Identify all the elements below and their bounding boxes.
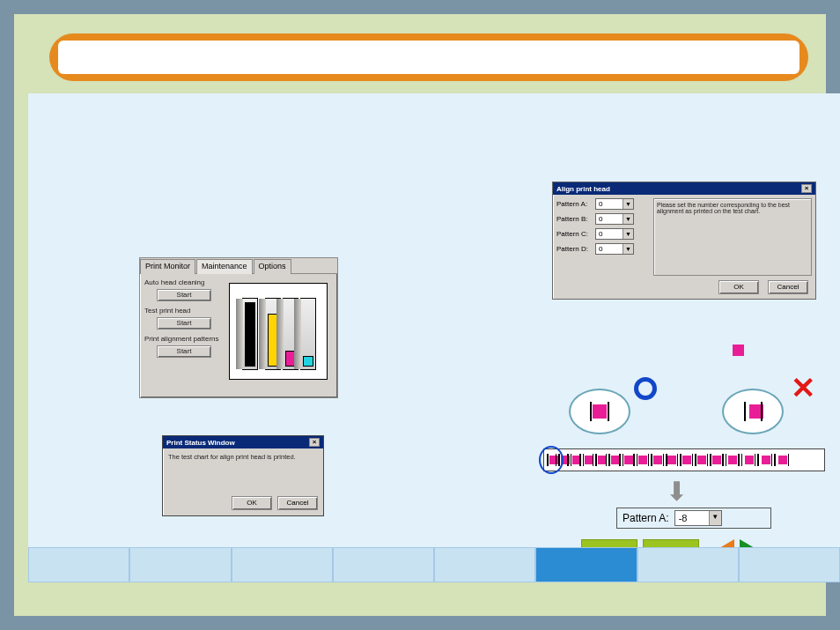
align-help-text: Please set the number corresponding to t… <box>653 198 812 276</box>
ok-button[interactable]: OK <box>718 280 759 294</box>
ok-button[interactable]: OK <box>232 496 272 510</box>
sample-dot-icon <box>733 345 744 356</box>
chevron-down-icon: ▼ <box>623 229 633 239</box>
bottom-tab[interactable] <box>739 547 840 582</box>
test-print-head-label: Test print head <box>144 307 229 315</box>
title-bar <box>49 33 808 81</box>
chevron-down-icon: ▼ <box>623 199 633 209</box>
ink-level-graphic <box>229 283 328 380</box>
bottom-tab[interactable] <box>637 547 739 582</box>
auto-head-cleaning-label: Auto head cleaning <box>144 278 229 286</box>
tab-options[interactable]: Options <box>254 259 291 274</box>
bottom-tab[interactable] <box>129 547 231 582</box>
pattern-c-select[interactable]: 0▼ <box>595 228 634 240</box>
pattern-b-select[interactable]: 0▼ <box>595 213 634 225</box>
close-icon[interactable]: × <box>801 184 812 193</box>
bottom-tab-active[interactable] <box>535 547 637 582</box>
bottom-tab[interactable] <box>28 547 129 582</box>
chevron-down-icon: ▼ <box>623 244 633 254</box>
good-sample-bubble <box>569 389 630 434</box>
bad-sample-bubble <box>722 389 784 434</box>
pattern-b-label: Pattern B: <box>556 215 592 223</box>
tab-bar: Print Monitor Maintenance Options <box>140 258 337 274</box>
pattern-selector-select[interactable]: -8 ▼ <box>674 510 722 526</box>
align-title: Align print head <box>556 185 610 193</box>
print-status-title: Print Status Window <box>166 439 235 447</box>
print-status-message: The test chart for align print head is p… <box>163 448 323 465</box>
tab-print-monitor[interactable]: Print Monitor <box>140 259 195 274</box>
print-alignment-label: Print alignment patterns <box>144 335 229 343</box>
pattern-d-label: Pattern D: <box>556 245 592 253</box>
pattern-d-select[interactable]: 0▼ <box>595 243 634 255</box>
good-mark-icon <box>634 377 657 400</box>
bottom-tab[interactable] <box>333 547 434 582</box>
selection-ring-icon <box>539 446 564 474</box>
chevron-down-icon: ▼ <box>709 511 721 525</box>
pattern-a-select[interactable]: 0▼ <box>595 198 634 210</box>
auto-head-cleaning-start-button[interactable]: Start <box>157 289 211 301</box>
close-icon[interactable]: × <box>309 438 320 447</box>
chevron-down-icon: ▼ <box>623 214 633 224</box>
tab-maintenance[interactable]: Maintenance <box>196 259 253 274</box>
cancel-button[interactable]: Cancel <box>277 496 318 510</box>
print-status-window: Print Status Window × The test chart for… <box>162 435 324 516</box>
bottom-tab[interactable] <box>434 547 535 582</box>
print-alignment-start-button[interactable]: Start <box>157 345 211 358</box>
page-frame: Print Monitor Maintenance Options Auto h… <box>0 0 840 630</box>
title-field <box>58 41 799 74</box>
arrow-down-icon: ⬇ <box>666 476 688 507</box>
test-print-head-start-button[interactable]: Start <box>157 317 211 330</box>
pattern-selector: Pattern A: -8 ▼ <box>616 508 771 529</box>
main-panel: Print Monitor Maintenance Options Auto h… <box>28 93 840 582</box>
maintenance-dialog: Print Monitor Maintenance Options Auto h… <box>139 257 338 398</box>
pattern-a-label: Pattern A: <box>556 200 592 208</box>
bad-mark-icon: ✕ <box>791 375 817 402</box>
cancel-button[interactable]: Cancel <box>768 280 808 294</box>
pattern-selector-label: Pattern A: <box>623 512 669 524</box>
bottom-tab[interactable] <box>232 547 333 582</box>
bottom-tab-strip <box>28 547 840 582</box>
pattern-c-label: Pattern C: <box>556 230 592 238</box>
alignment-strip <box>543 448 825 471</box>
align-print-head-dialog: Align print head × Pattern A: 0▼ Pattern… <box>552 182 816 300</box>
